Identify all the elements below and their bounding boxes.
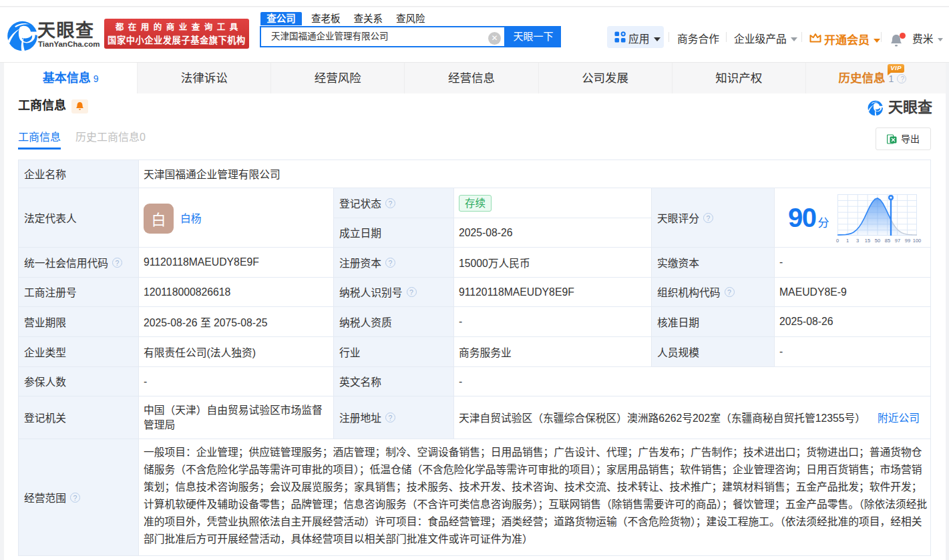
svg-text:15: 15 — [864, 238, 870, 243]
svg-text:0: 0 — [835, 238, 838, 243]
svg-text:99: 99 — [904, 238, 910, 243]
svg-text:97: 97 — [894, 238, 900, 243]
svg-text:100: 100 — [912, 238, 921, 243]
svg-text:50: 50 — [874, 238, 880, 243]
svg-text:1: 1 — [845, 238, 848, 243]
svg-text:3: 3 — [856, 238, 858, 243]
svg-text:85: 85 — [884, 238, 890, 243]
